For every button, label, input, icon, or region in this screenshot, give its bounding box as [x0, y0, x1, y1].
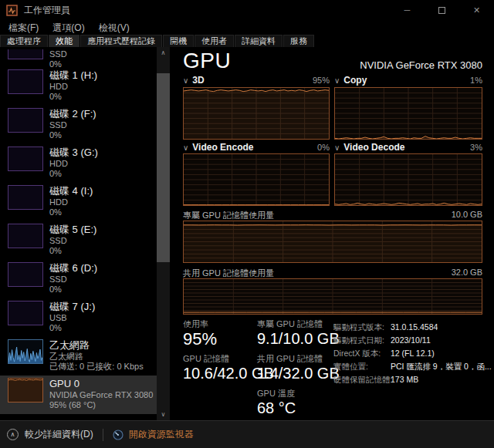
chart-3d[interactable]	[183, 87, 330, 140]
scroll-down-button[interactable]: ∨	[157, 409, 170, 420]
scrollbar-thumb[interactable]	[157, 73, 170, 262]
sidebar-item-usage: 0%	[49, 285, 97, 295]
footer-divider	[103, 429, 103, 441]
chart-video-encode[interactable]	[183, 153, 330, 206]
sidebar-item-type: SSD	[49, 120, 96, 130]
stat-value: 9.1/10.0 GB	[257, 329, 333, 349]
menu-options[interactable]: 選項(O)	[46, 20, 91, 36]
sidebar-item-disk-4[interactable]: 磁碟 4 (I:) HDD 0%	[0, 183, 157, 221]
gpu-details-table: 驅動程式版本: 31.0.15.4584 驅動程式日期: 2023/10/11 …	[333, 321, 492, 386]
tab-services[interactable]: 服務	[283, 35, 314, 47]
detail-directx-version: DirectX 版本: 12 (FL 12.1)	[333, 347, 492, 360]
sidebar-item-disk-3[interactable]: 磁碟 3 (G:) HDD 0%	[0, 144, 157, 183]
resource-monitor-icon	[113, 429, 124, 440]
task-manager-icon	[6, 5, 18, 16]
open-resource-monitor-label: 開啟資源監視器	[129, 428, 194, 441]
tab-app-history[interactable]: 應用程式歷程記錄	[80, 35, 162, 47]
sidebar-item-ethernet[interactable]: 乙太網路 乙太網路 已傳送: 0 已接收: 0 Kbps	[0, 337, 157, 376]
page-title: GPU	[183, 49, 231, 73]
chart-header-dedicated-memory: 專屬 GPU 記憶體使用量 10.0 GB	[183, 210, 482, 221]
tab-startup[interactable]: 開機	[163, 35, 194, 47]
tab-details[interactable]: 詳細資料	[235, 35, 283, 47]
collapse-icon: ∧	[7, 429, 19, 440]
sidebar-item-name: 磁碟 6 (D:)	[49, 262, 97, 275]
sidebar-item-name: 磁碟 3 (G:)	[49, 147, 98, 159]
sidebar-item-disk-2[interactable]: 磁碟 2 (F:) SSD 0%	[0, 106, 157, 144]
stats-column-1: 使用率 95% GPU 記憶體 10.6/42.0 GB	[183, 319, 254, 389]
menu-bar: 檔案(F) 選項(O) 檢視(V)	[0, 20, 494, 35]
chart-header-3d: ∨3D 95%	[183, 75, 330, 86]
sidebar-item-type: HDD	[49, 82, 97, 92]
disk-chart-thumbnail	[8, 224, 43, 248]
sidebar-item-gpu-0[interactable]: GPU 0 NVIDIA GeForce RTX 3080 95% (68 °C…	[0, 376, 157, 414]
window-title: 工作管理員	[24, 4, 70, 17]
chart-header-shared-memory: 共用 GPU 記憶體使用量 32.0 GB	[183, 268, 482, 278]
chart-label: 專屬 GPU 記憶體使用量	[183, 211, 274, 220]
chart-max: 32.0 GB	[452, 268, 482, 277]
stat-utilization: 使用率 95%	[183, 319, 254, 349]
sidebar-item-type: NVIDIA GeForce RTX 3080	[49, 390, 153, 400]
tab-processes[interactable]: 處理程序	[0, 35, 48, 47]
scroll-up-button[interactable]: ∧	[157, 47, 170, 59]
footer-bar: ∧ 較少詳細資料(D) 開啟資源監視器	[0, 420, 494, 448]
tab-performance[interactable]: 效能	[49, 35, 80, 47]
stat-value: 95%	[183, 329, 254, 349]
tab-users[interactable]: 使用者	[195, 35, 234, 47]
chart-label: Video Encode	[192, 142, 253, 153]
chart-shared-memory[interactable]	[183, 278, 482, 315]
detail-value: PCI 匯流排 9，裝置 0，函...	[391, 360, 492, 373]
chart-copy[interactable]	[334, 87, 482, 140]
chevron-down-icon: ∨	[183, 143, 188, 152]
sidebar-item-name: GPU 0	[49, 378, 153, 390]
detail-value: 173 MB	[391, 373, 418, 386]
close-button[interactable]: ✕	[459, 0, 494, 20]
chart-value: 3%	[470, 143, 482, 152]
stat-value: 68 °C	[257, 399, 333, 418]
fewer-details-button[interactable]: ∧ 較少詳細資料(D)	[0, 428, 93, 441]
chart-label: Copy	[343, 75, 367, 86]
chart-label: 共用 GPU 記憶體使用量	[183, 268, 274, 278]
detail-physical-location: 實體位置: PCI 匯流排 9，裝置 0，函...	[333, 360, 492, 373]
sidebar-item-disk-5[interactable]: 磁碟 5 (E:) SSD 0%	[0, 221, 157, 260]
sidebar-scrollbar[interactable]: ∧ ∨	[157, 47, 170, 420]
sidebar-item-disk-6[interactable]: 磁碟 6 (D:) SSD 0%	[0, 260, 157, 298]
sidebar-item-usage: 0%	[49, 130, 96, 140]
gpu-name: NVIDIA GeForce RTX 3080	[360, 59, 482, 71]
window-controls: ─ ✕	[390, 0, 494, 20]
menu-view[interactable]: 檢視(V)	[92, 20, 137, 36]
stat-gpu-temperature: GPU 溫度 68 °C	[257, 389, 333, 418]
menu-file[interactable]: 檔案(F)	[2, 20, 46, 36]
scroll-down-icon: ∨	[161, 411, 166, 418]
ethernet-chart-thumbnail	[8, 339, 43, 364]
detail-label: 硬體保留記憶體:	[333, 373, 391, 386]
detail-value: 31.0.15.4584	[391, 321, 438, 334]
sidebar-item-type: HDD	[49, 197, 93, 207]
sidebar-item-name: 磁碟 2 (F:)	[49, 108, 96, 120]
detail-label: DirectX 版本:	[333, 347, 391, 360]
stat-value: 10.6/42.0 GB	[183, 364, 254, 383]
performance-content: SSD 0% 磁碟 1 (H:) HDD 0% 磁碟 2 (F:)	[0, 47, 494, 420]
stat-label: 使用率	[183, 319, 254, 329]
minimize-button[interactable]: ─	[390, 0, 425, 20]
chart-dedicated-memory[interactable]	[183, 221, 482, 263]
sidebar-item-disk-0-partial[interactable]: SSD 0%	[0, 47, 157, 67]
sidebar-item-type: SSD	[49, 275, 97, 285]
chart-value: 95%	[313, 76, 330, 85]
detail-driver-date: 驅動程式日期: 2023/10/11	[333, 334, 492, 347]
sidebar-item-disk-1[interactable]: 磁碟 1 (H:) HDD 0%	[0, 67, 157, 106]
sidebar-item-type: 乙太網路	[49, 352, 144, 362]
maximize-button[interactable]	[425, 0, 459, 20]
detail-value: 12 (FL 12.1)	[391, 347, 435, 360]
gpu-chart-thumbnail	[8, 378, 43, 403]
open-resource-monitor-button[interactable]: 開啟資源監視器	[113, 428, 194, 441]
chart-video-decode[interactable]	[334, 153, 482, 206]
title-bar: 工作管理員 ─ ✕	[0, 0, 494, 20]
sidebar-item-usage: 0%	[49, 323, 95, 333]
sidebar-item-name: 磁碟 7 (J:)	[49, 301, 95, 313]
stat-label: GPU 記憶體	[183, 354, 254, 364]
chart-label: Video Decode	[343, 142, 404, 153]
sidebar-item-disk-7[interactable]: 磁碟 7 (J:) USB 0%	[0, 298, 157, 337]
gpu-panel: GPU NVIDIA GeForce RTX 3080 ∨3D 95% ∨Cop…	[170, 47, 494, 420]
sidebar-item-usage: 0%	[49, 92, 97, 102]
chevron-down-icon: ∨	[183, 76, 188, 85]
